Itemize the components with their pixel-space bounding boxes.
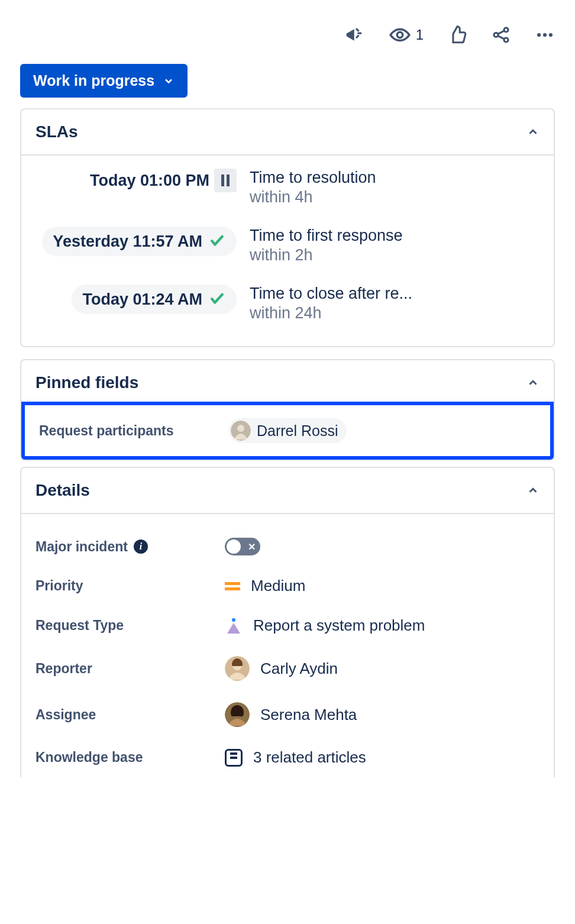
sla-target: within 24h [250,304,540,322]
pinned-fields-header[interactable]: Pinned fields [21,360,554,405]
sla-name: Time to first response [250,227,540,245]
svg-point-6 [549,33,553,37]
assignee-value: Serena Mehta [260,706,357,724]
more-actions-button[interactable] [535,25,555,45]
chevron-up-icon [526,376,540,389]
close-icon: ✕ [248,541,256,553]
slas-panel: SLAs Today 01:00 PM Time to resolution w… [20,108,555,347]
request-participants-label: Request participants [39,423,228,439]
sla-time: Yesterday 11:57 AM [53,232,202,251]
avatar [225,656,250,681]
details-panel-body: Major incident i ✕ Priority Medium Reque… [21,514,554,777]
reporter-row[interactable]: Reporter Carly Aydin [35,645,540,692]
avatar [225,702,250,727]
watch-button[interactable]: 1 [389,24,424,46]
request-type-value: Report a system problem [253,616,425,635]
svg-point-11 [232,618,235,622]
priority-value: Medium [251,577,305,595]
chevron-up-icon [526,125,540,138]
assignee-label: Assignee [35,707,225,723]
knowledge-base-label: Knowledge base [35,749,225,765]
priority-label: Priority [35,578,225,594]
svg-rect-7 [221,175,224,186]
svg-point-4 [537,33,541,37]
reporter-value: Carly Aydin [260,660,338,678]
sla-time: Today 01:00 PM [90,172,209,190]
sla-name: Time to resolution [250,169,540,187]
slas-panel-header[interactable]: SLAs [21,109,554,156]
chevron-up-icon [526,484,540,497]
sla-time: Today 01:24 AM [82,290,202,309]
sla-name: Time to close after re... [250,285,540,303]
major-incident-row: Major incident i ✕ [35,527,540,566]
assignee-row[interactable]: Assignee Serena Mehta [35,692,540,738]
book-icon [225,749,243,767]
check-icon [208,231,226,251]
sla-target: within 2h [250,246,540,264]
participant-name: Darrel Rossi [257,422,338,440]
chevron-down-icon [163,75,175,87]
info-icon[interactable]: i [134,539,148,554]
toggle-knob [227,539,241,554]
pinned-fields-panel: Pinned fields Request participants Darre… [20,359,555,461]
svg-point-5 [543,33,547,37]
check-icon [208,289,226,309]
like-button[interactable] [447,25,467,45]
request-participants-row[interactable]: Request participants Darrel Rossi [21,402,554,460]
priority-row[interactable]: Priority Medium [35,566,540,606]
avatar [231,421,251,441]
watch-count: 1 [416,27,424,43]
request-type-icon [225,617,243,635]
pause-icon [214,169,237,192]
details-panel-header[interactable]: Details [21,468,554,514]
priority-medium-icon [225,582,240,590]
request-type-row[interactable]: Request Type Report a system problem [35,606,540,645]
knowledge-base-value: 3 related articles [253,748,366,767]
pinned-fields-title: Pinned fields [35,373,138,392]
svg-rect-8 [227,175,230,186]
feedback-icon[interactable] [345,25,365,45]
details-panel: Details Major incident i ✕ Priority Medi… [20,467,555,777]
sla-row: Today 01:00 PM Time to resolution within… [35,169,540,206]
issue-toolbar: 1 [20,18,555,64]
slas-title: SLAs [35,122,78,141]
svg-point-0 [397,32,403,38]
sla-row: Today 01:24 AM Time to close after re...… [35,285,540,322]
status-label: Work in progress [33,72,154,89]
sla-target: within 4h [250,188,540,206]
participant-chip[interactable]: Darrel Rossi [228,418,347,443]
major-incident-toggle[interactable]: ✕ [225,538,260,555]
status-dropdown[interactable]: Work in progress [20,64,188,98]
knowledge-base-row[interactable]: Knowledge base 3 related articles [35,738,540,777]
reporter-label: Reporter [35,661,225,677]
svg-point-10 [237,425,244,432]
details-title: Details [35,481,90,500]
sla-row: Yesterday 11:57 AM Time to first respons… [35,227,540,264]
request-type-label: Request Type [35,618,225,634]
share-button[interactable] [491,25,511,45]
major-incident-label: Major incident [35,539,128,555]
slas-panel-body: Today 01:00 PM Time to resolution within… [21,156,554,346]
